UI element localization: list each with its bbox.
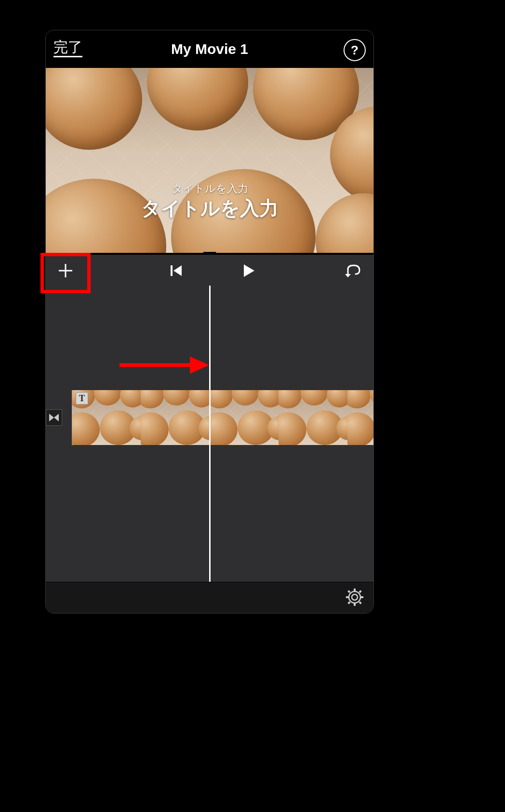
svg-rect-16 [347,601,350,604]
settings-button[interactable] [345,587,365,607]
svg-rect-15 [359,590,361,593]
header-bar: 完了 My Movie 1 ? [46,30,373,68]
add-media-button[interactable] [54,260,77,282]
title-indicator-badge: T [76,392,88,405]
svg-rect-14 [347,590,350,593]
svg-rect-2 [171,265,173,276]
svg-marker-6 [49,414,54,421]
clip-thumbnail[interactable] [347,390,373,445]
svg-rect-13 [360,596,363,598]
title-overlay-subtitle[interactable]: タイトルを入力 [46,182,373,196]
clip-thumbnail[interactable] [141,390,210,445]
clip-thumbnail[interactable] [279,390,347,445]
undo-button[interactable] [343,261,365,281]
clip-thumbnail[interactable] [210,390,279,445]
svg-marker-5 [345,274,351,277]
project-title: My Movie 1 [171,40,248,58]
playhead-line[interactable] [209,286,211,582]
svg-rect-12 [346,596,349,598]
svg-marker-4 [244,264,254,277]
video-preview[interactable]: タイトルを入力 タイトルを入力 タイトルを入力 [46,68,373,253]
undo-icon [345,263,362,278]
transition-icon [48,412,60,423]
gear-icon [346,589,363,606]
play-icon [241,263,256,278]
svg-rect-10 [354,589,356,591]
playback-toolbar [46,255,373,286]
plus-icon [57,262,74,279]
svg-marker-3 [173,265,182,276]
play-button[interactable] [238,260,260,282]
clip-strip[interactable] [72,390,373,445]
video-editor-screen: 完了 My Movie 1 ? タイトルを入力 タイトルを入力 タイトルを入力 [45,30,374,614]
bottom-bar [46,582,373,613]
skip-to-start-button[interactable] [165,260,187,282]
svg-rect-11 [354,603,356,606]
timeline-panel[interactable]: T [46,286,373,582]
done-button[interactable]: 完了 [53,39,82,57]
svg-rect-17 [359,601,361,604]
transition-button[interactable] [46,409,62,426]
svg-point-9 [349,591,360,603]
svg-marker-7 [54,414,59,421]
help-button[interactable]: ? [344,39,366,61]
title-overlay-main[interactable]: タイトルを入力 [46,195,373,222]
skip-back-icon [169,263,184,278]
svg-point-8 [352,594,358,600]
